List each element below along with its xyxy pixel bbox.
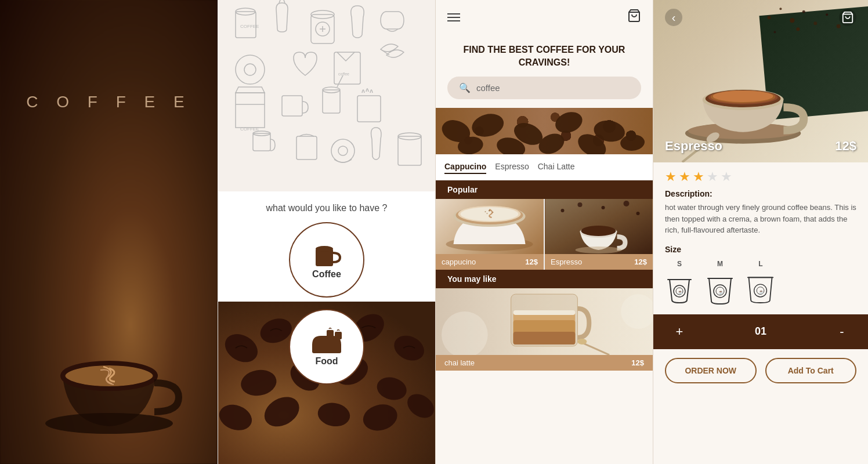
svg-point-102 bbox=[713, 90, 773, 102]
chai-latte-name: chai latte bbox=[444, 358, 475, 367]
hamburger-line-3 bbox=[447, 20, 460, 21]
hamburger-line-2 bbox=[447, 17, 460, 18]
svg-point-43 bbox=[218, 400, 255, 434]
search-icon: 🔍 bbox=[459, 82, 471, 93]
svg-rect-16 bbox=[236, 93, 265, 128]
food-icon bbox=[309, 327, 344, 356]
cappucino-name: cappucino bbox=[442, 258, 476, 266]
svg-rect-81 bbox=[513, 310, 576, 315]
size-section: Size S ☕ M bbox=[653, 245, 868, 314]
menu-button[interactable] bbox=[447, 13, 460, 21]
product-grid: cappucino 12$ bbox=[436, 199, 653, 270]
size-medium[interactable]: M ☕ bbox=[706, 260, 735, 306]
search-container: 🔍 bbox=[447, 77, 641, 99]
product-title: Espresso bbox=[665, 139, 722, 154]
chai-latte-card[interactable]: chai latte 12$ bbox=[436, 288, 653, 371]
svg-line-82 bbox=[583, 343, 609, 355]
panel-intro: C O F F E E bbox=[0, 0, 218, 464]
panel-detail: ‹ bbox=[653, 0, 868, 464]
svg-point-75 bbox=[581, 226, 616, 236]
cart-button-p4[interactable] bbox=[839, 9, 856, 26]
svg-point-72 bbox=[624, 201, 630, 206]
cappucino-image bbox=[436, 199, 544, 254]
order-now-button[interactable]: ORDER NOW bbox=[665, 358, 757, 383]
svg-point-95 bbox=[796, 27, 800, 31]
svg-point-94 bbox=[773, 31, 776, 33]
espresso-footer: Espresso 12$ bbox=[545, 254, 653, 270]
size-m-cup-icon: ☕ bbox=[706, 271, 735, 306]
size-label: Size bbox=[665, 245, 856, 254]
filter-tabs-container: Cappucino Espresso Chai Latte bbox=[436, 154, 653, 180]
svg-point-63 bbox=[461, 207, 519, 221]
svg-text:COFFEE: COFFEE bbox=[240, 24, 259, 29]
espresso-name: Espresso bbox=[551, 258, 582, 266]
you-may-like-header: You may like bbox=[436, 270, 653, 288]
coffee-cup-silhouette bbox=[6, 244, 212, 447]
coffee-category-button[interactable]: Coffee bbox=[289, 222, 364, 298]
svg-point-76 bbox=[576, 246, 622, 253]
quantity-plus-button[interactable]: + bbox=[671, 323, 688, 340]
svg-point-66 bbox=[493, 212, 494, 213]
star-4: ★ bbox=[707, 169, 718, 184]
star-5: ★ bbox=[721, 169, 732, 184]
cappucino-card[interactable]: cappucino 12$ bbox=[436, 199, 544, 270]
svg-rect-19 bbox=[323, 90, 340, 113]
svg-point-73 bbox=[636, 212, 640, 215]
svg-rect-28 bbox=[398, 136, 421, 165]
coffee-title: C O F F E E bbox=[26, 93, 191, 111]
filter-tab-chai-latte[interactable]: Chai Latte bbox=[538, 160, 575, 174]
size-l-cup-icon: ☕ bbox=[746, 271, 775, 306]
cart-button-p3[interactable] bbox=[627, 9, 641, 26]
product-title-overlay: Espresso 12$ bbox=[665, 139, 856, 154]
svg-point-46 bbox=[360, 401, 400, 434]
svg-point-67 bbox=[487, 213, 488, 214]
chai-latte-image bbox=[436, 288, 653, 355]
svg-text:☕: ☕ bbox=[718, 289, 724, 295]
size-large[interactable]: L ☕ bbox=[746, 260, 775, 306]
svg-point-44 bbox=[259, 391, 305, 433]
svg-text:COFFEE: COFFEE bbox=[240, 126, 259, 132]
quantity-minus-button[interactable]: - bbox=[833, 323, 851, 340]
star-2: ★ bbox=[679, 169, 690, 184]
back-button[interactable]: ‹ bbox=[665, 9, 682, 26]
svg-point-47 bbox=[403, 389, 435, 423]
svg-point-52 bbox=[552, 108, 585, 136]
svg-rect-32 bbox=[327, 330, 334, 339]
cappucino-footer: cappucino 12$ bbox=[436, 254, 544, 270]
espresso-card[interactable]: Espresso 12$ bbox=[545, 199, 653, 270]
svg-point-50 bbox=[469, 110, 507, 140]
svg-point-69 bbox=[561, 209, 565, 212]
svg-text:☕: ☕ bbox=[678, 289, 683, 295]
description-title: Description: bbox=[665, 189, 856, 198]
espresso-image bbox=[545, 199, 653, 254]
action-buttons-container: ORDER NOW Add To Cart bbox=[653, 349, 868, 392]
svg-rect-22 bbox=[357, 96, 381, 122]
popular-header: Popular bbox=[436, 180, 653, 199]
svg-rect-18 bbox=[282, 96, 302, 116]
size-m-label: M bbox=[717, 260, 723, 268]
size-options-container: S ☕ M ☕ bbox=[665, 260, 856, 306]
filter-tab-espresso[interactable]: Espresso bbox=[495, 160, 529, 174]
svg-rect-14 bbox=[334, 52, 360, 84]
chai-latte-footer: chai latte 12$ bbox=[436, 355, 653, 371]
doodle-illustration: COFFEE bbox=[218, 0, 435, 191]
description-section: Description: hot water through very fine… bbox=[653, 189, 868, 245]
hamburger-line-1 bbox=[447, 13, 460, 14]
svg-point-45 bbox=[316, 400, 352, 429]
filter-tab-cappucino[interactable]: Cappucino bbox=[444, 160, 486, 174]
svg-point-83 bbox=[577, 339, 587, 345]
chai-latte-price: 12$ bbox=[631, 358, 644, 367]
coffee-mug-icon bbox=[311, 240, 343, 269]
svg-point-12 bbox=[236, 55, 265, 84]
size-s-label: S bbox=[677, 260, 682, 268]
panel-browse: FIND THE BEST COFFEE FOR YOUR CRAVINGS! … bbox=[435, 0, 653, 464]
svg-rect-80 bbox=[513, 332, 576, 345]
size-small[interactable]: S ☕ bbox=[665, 260, 694, 306]
rating-stars: ★ ★ ★ ★ ★ bbox=[653, 162, 868, 189]
add-to-cart-button[interactable]: Add To Cart bbox=[765, 358, 857, 383]
search-input[interactable] bbox=[476, 83, 630, 93]
svg-point-27 bbox=[338, 146, 348, 155]
svg-rect-33 bbox=[335, 332, 342, 339]
cappucino-price: 12$ bbox=[525, 258, 538, 266]
food-category-button[interactable]: Food bbox=[289, 309, 364, 385]
